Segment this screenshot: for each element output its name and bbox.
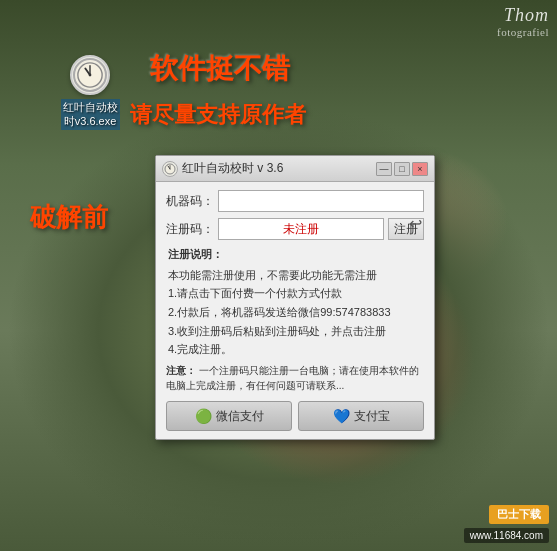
dialog-body: ↩ 机器码： 注册码： 注册 注册说明： 本功能需注册使用，不需要此功能无需注册…: [156, 182, 434, 439]
watermark-sub: fotografiel: [497, 26, 549, 38]
site-badge: 巴士下载: [489, 505, 549, 524]
desktop-icon[interactable]: 红叶自动校时v3.6.exe: [55, 55, 125, 130]
restore-button[interactable]: □: [394, 162, 410, 176]
dialog-controls: — □ ×: [376, 162, 428, 176]
wechat-icon: 🟢: [195, 408, 212, 424]
reg-code-label: 注册码：: [166, 221, 214, 238]
site-url: www.11684.com: [464, 528, 549, 543]
minimize-button[interactable]: —: [376, 162, 392, 176]
text-overlay-line1: 软件挺不错: [150, 50, 290, 88]
watermark: Thom fotografiel: [489, 0, 557, 43]
clock-svg: [76, 61, 104, 89]
icon-clock-face: [73, 58, 107, 92]
watermark-name: Thom: [497, 5, 549, 26]
dialog-title-text: 红叶自动校时 v 3.6: [182, 160, 283, 177]
alipay-label: 支付宝: [354, 408, 390, 425]
reg-code-input[interactable]: [218, 218, 384, 240]
help-line0: 本功能需注册使用，不需要此功能无需注册: [168, 269, 377, 281]
help-line3: 3.收到注册码后粘贴到注册码处，并点击注册: [168, 325, 386, 337]
wechat-pay-label: 微信支付: [216, 408, 264, 425]
dialog-icon-small: [162, 161, 178, 177]
machine-code-label: 机器码：: [166, 193, 214, 210]
wechat-pay-button[interactable]: 🟢 微信支付: [166, 401, 292, 431]
refresh-button[interactable]: ↩: [404, 212, 426, 234]
title-clock-icon: [164, 163, 176, 175]
notice-label: 注意：: [166, 365, 196, 376]
machine-code-input[interactable]: [218, 190, 424, 212]
bottom-watermark: 巴士下载 www.11684.com: [464, 505, 549, 543]
help-line4: 4.完成注册。: [168, 343, 232, 355]
notice-text: 注意： 一个注册码只能注册一台电脑；请在使用本软件的电脑上完成注册，有任何问题可…: [166, 363, 424, 393]
alipay-button[interactable]: 💙 支付宝: [298, 401, 424, 431]
close-button[interactable]: ×: [412, 162, 428, 176]
icon-label: 红叶自动校时v3.6.exe: [61, 99, 120, 130]
dialog-title-left: 红叶自动校时 v 3.6: [162, 160, 283, 177]
help-line2: 2.付款后，将机器码发送给微信99:574783833: [168, 306, 391, 318]
text-overlay-line3: 破解前: [30, 200, 108, 235]
help-text: 注册说明： 本功能需注册使用，不需要此功能无需注册 1.请点击下面付费一个付款方…: [166, 246, 424, 359]
reg-code-row: 注册码： 注册: [166, 218, 424, 240]
help-content: 本功能需注册使用，不需要此功能无需注册 1.请点击下面付费一个付款方式付款 2.…: [168, 266, 422, 359]
help-title: 注册说明：: [168, 246, 422, 264]
machine-code-row: 机器码：: [166, 190, 424, 212]
help-line1: 1.请点击下面付费一个付款方式付款: [168, 287, 342, 299]
text-overlay-line2: 请尽量支持原作者: [130, 100, 306, 130]
payment-row: 🟢 微信支付 💙 支付宝: [166, 401, 424, 431]
registration-dialog: 红叶自动校时 v 3.6 — □ × ↩ 机器码： 注册码： 注册 注册说明： …: [155, 155, 435, 440]
alipay-icon: 💙: [333, 408, 350, 424]
notice-content: 一个注册码只能注册一台电脑；请在使用本软件的电脑上完成注册，有任何问题可请联系.…: [166, 365, 419, 391]
icon-image: [70, 55, 110, 95]
dialog-titlebar: 红叶自动校时 v 3.6 — □ ×: [156, 156, 434, 182]
